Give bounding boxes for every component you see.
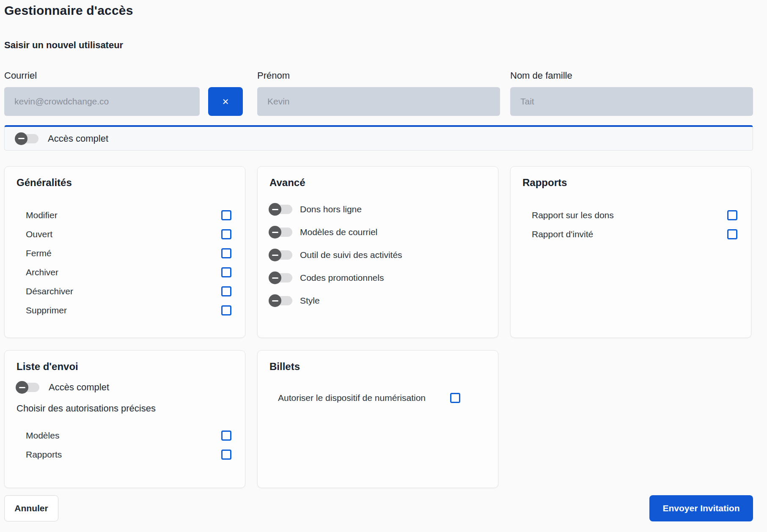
checkbox-supprimer[interactable] <box>221 305 231 315</box>
toggle-knob <box>15 132 27 145</box>
page-title: Gestionnaire d'accès <box>4 3 753 18</box>
card-title: Avancé <box>269 177 486 189</box>
permission-row: Rapport d'invité <box>522 225 739 244</box>
full-access-label: Accès complet <box>48 133 108 144</box>
new-user-form: Courriel × Prénom Nom de famille <box>4 70 753 116</box>
permission-row: Outil de suivi des activités <box>269 244 486 266</box>
toggle-style[interactable] <box>269 296 292 305</box>
permission-row: Fermé <box>16 244 233 263</box>
permission-label: Modèles <box>26 431 59 441</box>
last-name-label: Nom de famille <box>510 70 753 81</box>
toggle-minus-icon <box>272 277 278 279</box>
mailing-full-access-toggle[interactable] <box>16 383 39 392</box>
mailing-full-access-label: Accès complet <box>49 382 109 393</box>
permission-label: Archiver <box>26 267 58 277</box>
card-title: Rapports <box>522 177 739 189</box>
card-title: Liste d'envoi <box>16 361 233 373</box>
checkbox-rapport-invite[interactable] <box>727 229 737 239</box>
email-field[interactable] <box>4 87 200 116</box>
toggle-knob <box>269 271 281 284</box>
toggle-knob <box>16 381 28 394</box>
toggle-minus-icon <box>272 300 278 302</box>
permission-label: Modifier <box>26 210 58 220</box>
toggle-minus-icon <box>18 138 25 139</box>
full-access-bar: Accès complet <box>4 125 753 151</box>
permission-label: Modèles de courriel <box>300 227 377 237</box>
permission-row: Codes promotionnels <box>269 266 486 289</box>
permission-row: Modèles de courriel <box>269 221 486 244</box>
checkbox-rapport-dons[interactable] <box>727 210 737 220</box>
checkbox-modeles[interactable] <box>221 431 231 441</box>
email-label: Courriel <box>4 70 200 81</box>
permission-row: Modèles <box>16 426 233 445</box>
permission-label: Rapport d'invité <box>532 229 593 239</box>
permission-row: Dons hors ligne <box>269 198 486 221</box>
permission-row: Style <box>269 289 486 312</box>
cancel-button[interactable]: Annuler <box>4 495 58 521</box>
checkbox-dispositif-numerisation[interactable] <box>450 393 460 403</box>
permission-row: Modifier <box>16 206 233 225</box>
checkbox-rapports[interactable] <box>221 450 231 460</box>
toggle-knob <box>269 249 281 261</box>
send-invitation-button[interactable]: Envoyer Invitation <box>649 495 753 521</box>
permission-label: Codes promotionnels <box>300 273 384 283</box>
permission-row: Supprimer <box>16 301 233 320</box>
permission-label: Dons hors ligne <box>300 204 362 214</box>
checkbox-desarchiver[interactable] <box>221 286 231 296</box>
permission-row: Rapport sur les dons <box>522 206 739 225</box>
permission-label: Rapports <box>26 450 62 460</box>
close-icon: × <box>222 95 228 108</box>
toggle-knob <box>269 226 281 239</box>
card-advanced: Avancé Dons hors ligne Modèles de courri… <box>257 166 498 338</box>
card-mailing-list: Liste d'envoi Accès complet Choisir des … <box>4 350 245 488</box>
toggle-knob <box>269 294 281 307</box>
checkbox-modifier[interactable] <box>221 210 231 220</box>
permission-label: Style <box>300 296 320 306</box>
toggle-modeles-courriel[interactable] <box>269 228 292 237</box>
permission-label: Outil de suivi des activités <box>300 250 402 260</box>
permission-label: Supprimer <box>26 305 67 315</box>
toggle-minus-icon <box>272 255 278 256</box>
card-title: Billets <box>269 361 486 373</box>
choose-permissions-text: Choisir des autorisations précises <box>16 403 233 414</box>
first-name-label: Prénom <box>257 70 500 81</box>
toggle-codes-promo[interactable] <box>269 273 292 282</box>
card-tickets: Billets Autoriser le dispositif de numér… <box>257 350 498 488</box>
permission-row: Rapports <box>16 445 233 464</box>
mailing-full-access-row: Accès complet <box>16 382 233 393</box>
permission-row: Ouvert <box>16 225 233 244</box>
checkbox-ferme[interactable] <box>221 248 231 258</box>
permission-label: Fermé <box>26 248 52 258</box>
permission-row: Autoriser le dispositif de numérisation <box>269 393 486 403</box>
permission-row: Archiver <box>16 263 233 282</box>
permission-label: Rapport sur les dons <box>532 210 614 220</box>
toggle-minus-icon <box>272 209 278 210</box>
toggle-minus-icon <box>19 387 25 388</box>
toggle-minus-icon <box>272 232 278 233</box>
permission-label: Désarchiver <box>26 286 73 296</box>
card-general: Généralités Modifier Ouvert Fermé Archiv… <box>4 166 245 338</box>
toggle-dons-hors-ligne[interactable] <box>269 205 292 214</box>
new-user-subtitle: Saisir un nouvel utilisateur <box>4 40 753 51</box>
toggle-suivi-activites[interactable] <box>269 250 292 260</box>
last-name-field[interactable] <box>510 87 753 116</box>
permission-label: Autoriser le dispositif de numérisation <box>278 393 426 403</box>
permission-label: Ouvert <box>26 229 52 239</box>
checkbox-ouvert[interactable] <box>221 229 231 239</box>
card-title: Généralités <box>16 177 233 189</box>
card-reports: Rapports Rapport sur les dons Rapport d'… <box>510 166 751 338</box>
full-access-toggle[interactable] <box>16 134 38 143</box>
checkbox-archiver[interactable] <box>221 267 231 277</box>
first-name-field[interactable] <box>257 87 500 116</box>
permission-row: Désarchiver <box>16 282 233 301</box>
toggle-knob <box>269 203 281 216</box>
clear-email-button[interactable]: × <box>208 87 243 116</box>
